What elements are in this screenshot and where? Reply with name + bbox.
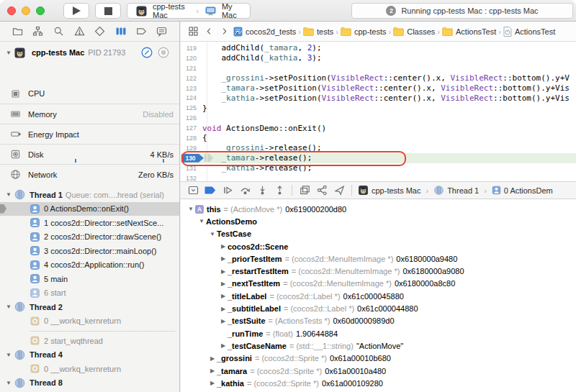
disclosure-triangle-icon[interactable]: ▼	[208, 231, 217, 237]
debug-breadcrumb-item[interactable]: cpp-tests Mac	[358, 185, 420, 196]
disclosure-triangle-icon[interactable]: ▼	[6, 304, 14, 310]
view-hierarchy-button[interactable]	[297, 183, 312, 198]
stack-frame-row[interactable]: 0 __workq_kernreturn	[0, 314, 179, 329]
variable-row[interactable]: ▶_kathia= (cocos2d::Sprite *)0x61a000109…	[181, 377, 576, 389]
memory-graph-button[interactable]	[314, 183, 330, 198]
code-line[interactable]: 132	[181, 173, 576, 181]
tab-report-navigator[interactable]	[155, 24, 169, 39]
code-line[interactable]: 127void ActionsDemo::onExit()	[181, 123, 576, 133]
back-button[interactable]	[204, 26, 214, 37]
stack-frame-row[interactable]: 2 start_wqthread	[0, 334, 179, 348]
zoom-window-button[interactable]	[36, 6, 45, 15]
stop-button[interactable]	[95, 3, 121, 19]
breadcrumb-item[interactable]: Classes	[393, 27, 435, 36]
disclosure-triangle-icon[interactable]: ▶	[219, 281, 228, 287]
tab-project-navigator[interactable]	[10, 24, 24, 39]
line-number[interactable]: 123	[181, 85, 202, 92]
thread-header[interactable]: ▼Thread 2	[0, 300, 179, 314]
variable-row[interactable]: _runTime= (float)1.90644884	[181, 327, 576, 339]
tab-find-navigator[interactable]	[51, 24, 66, 39]
code-line[interactable]: 125}	[181, 103, 576, 113]
variable-row[interactable]: ▼TestCase	[181, 228, 576, 240]
hide-debug-area-button[interactable]	[185, 183, 201, 198]
gauge-energy-impact[interactable]: Energy Impact	[0, 124, 179, 144]
disclosure-triangle-icon[interactable]: ▶	[219, 306, 228, 312]
variable-row[interactable]: ▼Athis= (ActionMove *)0x619000200d80	[181, 203, 576, 215]
simulate-location-button[interactable]	[331, 183, 347, 198]
stack-frame-row[interactable]: 3 cocos2d::Director::mainLoop()	[0, 244, 179, 258]
stack-frame-row[interactable]: 1 cocos2d::Director::setNextSce...	[0, 216, 179, 230]
step-out-button[interactable]	[271, 183, 287, 198]
variable-row[interactable]: ▶_tamara= (cocos2d::Sprite *)0x61a00010a…	[181, 365, 576, 377]
step-over-button[interactable]	[237, 183, 253, 198]
breakpoints-toggle-button[interactable]	[202, 183, 218, 198]
breadcrumb-item[interactable]: tests	[303, 27, 333, 36]
variable-row[interactable]: ▶_grossini= (cocos2d::Sprite *)0x61a0001…	[181, 352, 576, 365]
code-line[interactable]: 126	[181, 113, 576, 123]
disclosure-triangle-icon[interactable]: ▼	[6, 380, 14, 386]
line-number[interactable]: 128	[181, 135, 202, 142]
line-number[interactable]: 124	[181, 94, 202, 101]
disclosure-triangle-icon[interactable]: ▼	[197, 218, 206, 224]
line-number[interactable]: 120	[181, 55, 202, 62]
line-number[interactable]: 132	[181, 175, 202, 181]
stack-frame-row[interactable]: 6 start	[0, 286, 179, 301]
code-area[interactable]: 119 addChild(_tamara, 2);120 addChild(_k…	[181, 42, 576, 181]
disclosure-triangle-icon[interactable]: ▶	[219, 342, 228, 349]
gauge-disk[interactable]: Disk4 KB/s	[0, 144, 179, 164]
pause-process-button[interactable]	[141, 47, 153, 60]
disclosure-triangle-icon[interactable]: ▶	[208, 368, 217, 374]
stack-frame-row[interactable]: 5 main	[0, 272, 179, 286]
line-number[interactable]: 126	[181, 114, 202, 122]
disclosure-triangle-icon[interactable]: ▶	[219, 293, 228, 299]
disclosure-triangle-icon[interactable]: ▼	[6, 191, 14, 198]
breadcrumb-item[interactable]: cpp-tests	[341, 27, 387, 36]
code-line[interactable]: 119 addChild(_tamara, 2);	[181, 43, 576, 53]
line-number[interactable]: 127	[181, 124, 202, 132]
thread-header[interactable]: ▼Thread 8	[0, 376, 179, 391]
code-line[interactable]: 121	[181, 63, 576, 73]
disclosure-triangle-icon[interactable]: ▼	[6, 352, 14, 358]
disclosure-triangle-icon[interactable]: ▶	[208, 355, 217, 362]
code-line[interactable]: 124 _kathia->setPosition(VisibleRect::ce…	[181, 93, 576, 103]
debug-breadcrumb-item[interactable]: 0 ActionsDem	[492, 186, 553, 195]
breadcrumb-item[interactable]: ActionsTest	[442, 27, 496, 36]
tab-issue-navigator[interactable]	[72, 24, 86, 39]
gauge-cpu[interactable]: CPU	[0, 83, 179, 104]
activity-viewer[interactable]: 2 Running cpp-tests Mac : cpp-tests Mac	[351, 3, 573, 19]
code-line[interactable]: 122 _grossini->setPosition(VisibleRect::…	[181, 73, 576, 83]
continue-button[interactable]	[220, 183, 235, 198]
tab-breakpoint-navigator[interactable]	[134, 24, 148, 39]
stack-frame-row[interactable]: 4 cocos2d::Application::run()	[0, 258, 179, 273]
thread-header[interactable]: ▼Thread 4	[0, 348, 179, 363]
close-window-button[interactable]	[7, 6, 16, 15]
debug-breadcrumb-item[interactable]: Thread 1	[433, 185, 479, 196]
line-number[interactable]: 121	[181, 65, 202, 72]
line-number[interactable]: 131	[181, 165, 202, 172]
variable-row[interactable]: ▶_titleLabel= (cocos2d::Label *)0x61c000…	[181, 290, 576, 302]
memory-debug-button[interactable]	[158, 47, 169, 60]
disclosure-triangle-icon[interactable]: ▶	[219, 255, 228, 262]
tab-symbol-navigator[interactable]	[31, 24, 45, 39]
stack-frame-row[interactable]: 0 __workq_kernreturn	[0, 362, 179, 376]
variable-row[interactable]: ▶cocos2d::Scene	[181, 240, 576, 252]
line-number[interactable]: 119	[181, 45, 202, 52]
run-button[interactable]	[63, 3, 89, 19]
tab-debug-navigator[interactable]	[114, 24, 128, 39]
line-number[interactable]: 129	[181, 145, 202, 152]
tab-test-navigator[interactable]	[93, 24, 107, 39]
variable-row[interactable]: ▶_restartTestItem= (cocos2d::MenuItemIma…	[181, 265, 576, 277]
variable-row[interactable]: ▶_priorTestItem= (cocos2d::MenuItemImage…	[181, 252, 576, 265]
line-number[interactable]: 125	[181, 104, 202, 111]
code-line[interactable]: 128{	[181, 133, 576, 143]
gauge-memory[interactable]: MemoryDisabled	[0, 104, 179, 124]
process-row[interactable]: ▼ cpp-tests Mac PID 21793	[0, 42, 179, 63]
line-number[interactable]: 122	[181, 75, 202, 82]
breadcrumb-item[interactable]: cocos2d_tests	[233, 27, 296, 37]
thread-header[interactable]: ▼Thread 1Queue: com....hread (serial)	[0, 188, 179, 202]
code-line[interactable]: 123 _tamara->setPosition(VisibleRect::ce…	[181, 83, 576, 94]
disclosure-triangle-icon[interactable]: ▶	[219, 268, 228, 275]
code-line[interactable]: 129 _grossini->release();	[181, 143, 576, 153]
disclosure-triangle-icon[interactable]: ▼	[186, 206, 195, 212]
disclosure-triangle-icon[interactable]: ▶	[208, 380, 217, 386]
